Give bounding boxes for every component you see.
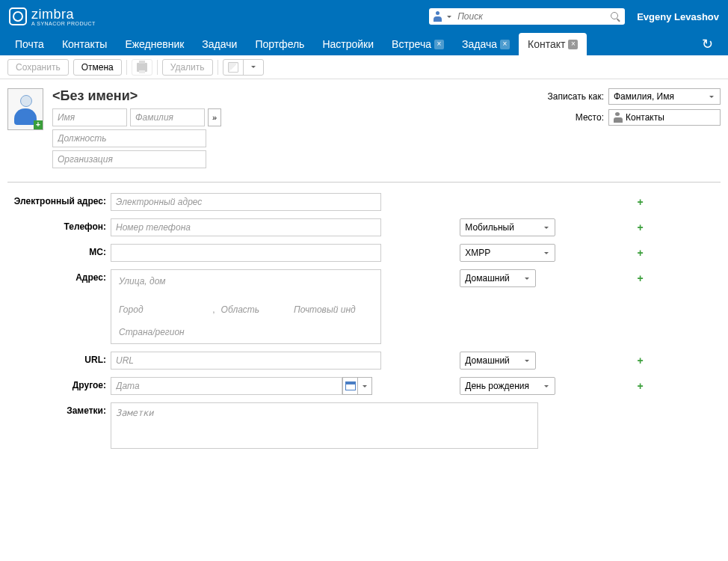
close-icon[interactable]: × (434, 40, 444, 49)
email-input[interactable] (111, 193, 381, 211)
chevron-down-icon (544, 252, 549, 254)
content: + <Без имени> » Записать как: Фамилия, И… (0, 79, 728, 458)
last-name-input[interactable] (130, 108, 205, 126)
location-select[interactable]: Контакты (608, 109, 721, 126)
chevron-down-icon[interactable] (447, 16, 451, 18)
save-as-select[interactable]: Фамилия, Имя (608, 88, 721, 105)
chevron-down-icon (544, 385, 549, 387)
tab-label: Встреча (392, 33, 431, 55)
other-label: Другое: (7, 377, 106, 390)
toolbar: Сохранить Отмена Удалить (0, 55, 728, 79)
cancel-button[interactable]: Отмена (73, 59, 122, 76)
chevron-down-icon (251, 66, 256, 68)
zip-input[interactable] (291, 303, 363, 316)
logo-text: zimbra (31, 7, 96, 22)
add-icon: + (34, 120, 43, 129)
tab-contact[interactable]: Контакт × (519, 33, 587, 55)
tag-icon (228, 62, 238, 73)
url-input[interactable] (111, 352, 381, 370)
app-header: zimbra A SYNACOR PRODUCT Evgeny Levashov (0, 0, 728, 33)
close-icon[interactable]: × (568, 40, 578, 49)
divider (7, 182, 721, 183)
im-label: МС: (7, 244, 106, 257)
user-menu[interactable]: Evgeny Levashov (637, 11, 719, 22)
region-input[interactable] (218, 303, 291, 316)
tab-preferences[interactable]: Настройки (313, 33, 383, 55)
logo-subtext: A SYNACOR PRODUCT (31, 21, 96, 26)
select-value: Фамилия, Имя (614, 91, 674, 102)
tab-calendar[interactable]: Ежедневник (116, 33, 193, 55)
select-value: Контакты (626, 112, 664, 123)
logo-icon (9, 7, 27, 25)
search-icon[interactable] (610, 11, 620, 22)
phone-input[interactable] (111, 218, 381, 236)
expand-name-button[interactable]: » (208, 108, 221, 126)
tab-task[interactable]: Задача × (453, 33, 519, 55)
navbar: Почта Контакты Ежедневник Задачи Портфел… (0, 33, 728, 55)
first-name-input[interactable] (52, 108, 127, 126)
select-value: Мобильный (465, 222, 514, 233)
phone-label: Телефон: (7, 218, 106, 232)
chevron-down-icon (709, 96, 714, 98)
tab-tasks[interactable]: Задачи (193, 33, 246, 55)
display-name: <Без имени> (52, 88, 539, 104)
close-icon[interactable]: × (500, 40, 510, 49)
comma: , (212, 304, 215, 315)
tab-appointment[interactable]: Встреча × (383, 33, 453, 55)
company-input[interactable] (52, 150, 206, 168)
separator (157, 60, 158, 75)
add-field-button[interactable]: + (635, 193, 721, 211)
address-label: Адрес: (7, 269, 106, 283)
refresh-button[interactable]: ↻ (693, 36, 722, 52)
notes-label: Заметки: (7, 402, 106, 416)
url-type-select[interactable]: Домашний (460, 352, 536, 370)
street-input[interactable] (116, 275, 376, 288)
date-dropdown-button[interactable] (357, 377, 372, 395)
select-value: Домашний (465, 273, 510, 283)
avatar[interactable]: + (7, 88, 43, 130)
tab-mail[interactable]: Почта (6, 33, 53, 55)
save-button[interactable]: Сохранить (7, 59, 69, 76)
chevron-down-icon (525, 278, 529, 280)
url-label: URL: (7, 352, 106, 365)
add-field-button[interactable]: + (635, 377, 721, 395)
delete-button[interactable]: Удалить (162, 59, 213, 76)
address-block: , (111, 269, 381, 344)
logo[interactable]: zimbra A SYNACOR PRODUCT (9, 7, 96, 26)
contacts-icon (614, 112, 623, 123)
chevron-down-icon (544, 227, 549, 229)
address-type-select[interactable]: Домашний (460, 269, 536, 287)
separator (126, 60, 127, 75)
tag-button[interactable] (223, 59, 264, 76)
calendar-button[interactable] (342, 377, 357, 395)
search-box[interactable] (429, 8, 625, 25)
add-field-button[interactable]: + (635, 269, 721, 287)
add-field-button[interactable]: + (635, 352, 721, 370)
save-as-label: Записать как: (548, 91, 604, 102)
add-field-button[interactable]: + (635, 218, 721, 236)
city-input[interactable] (116, 303, 209, 316)
tab-label: Задача (462, 33, 497, 55)
notes-input[interactable] (111, 402, 538, 449)
date-input[interactable] (111, 377, 342, 395)
person-icon (434, 11, 442, 22)
chevron-down-icon (363, 385, 367, 387)
print-button[interactable] (132, 59, 152, 76)
phone-type-select[interactable]: Мобильный (460, 218, 555, 236)
print-icon (137, 63, 147, 72)
other-type-select[interactable]: День рождения (460, 377, 555, 395)
select-value: XMPP (465, 248, 490, 258)
country-input[interactable] (116, 325, 376, 339)
calendar-icon (345, 381, 356, 390)
search-input[interactable] (454, 11, 610, 22)
location-label: Место: (548, 112, 604, 123)
tab-briefcase[interactable]: Портфель (246, 33, 313, 55)
im-input[interactable] (111, 244, 381, 262)
chevron-down-icon (525, 360, 529, 362)
separator (218, 60, 218, 75)
im-type-select[interactable]: XMPP (460, 244, 555, 262)
job-title-input[interactable] (52, 129, 206, 147)
add-field-button[interactable]: + (635, 244, 721, 262)
email-label: Электронный адрес: (7, 193, 106, 206)
tab-contacts[interactable]: Контакты (53, 33, 116, 55)
